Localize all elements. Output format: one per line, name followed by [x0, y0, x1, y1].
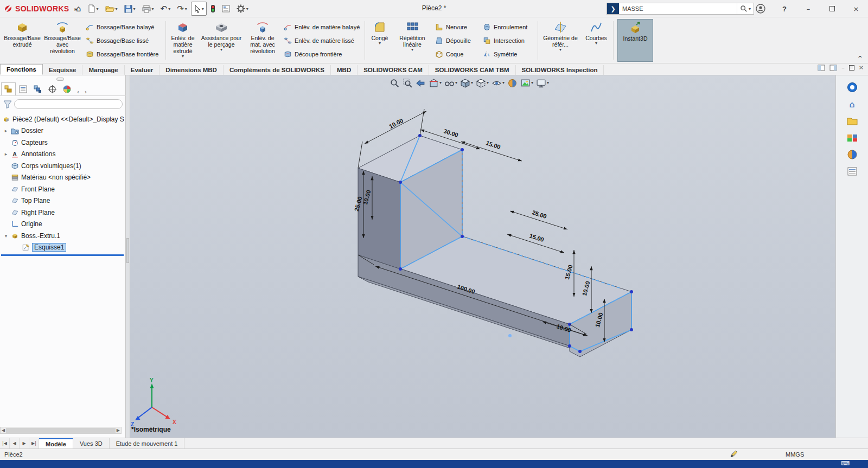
keyboard-language-icon[interactable]: ⌨ — [841, 460, 850, 467]
redo-button[interactable]: ↷▾ — [174, 2, 190, 16]
tab-nav-next[interactable]: ▶ — [20, 438, 29, 448]
tree-item-front-plane[interactable]: Front Plane — [0, 183, 126, 195]
tree-horizontal-scrollbar[interactable]: ◀ ▶ — [0, 427, 122, 434]
tree-item-materiau[interactable]: Matériau <non spécifié> — [0, 172, 126, 184]
home-tab-button[interactable]: ⌂ — [846, 98, 859, 111]
rebuild-button[interactable] — [208, 2, 218, 16]
tab-etude-mouvement[interactable]: Etude de mouvement 1 — [110, 438, 185, 448]
appearances-button[interactable] — [846, 148, 859, 161]
tree-item-annotations[interactable]: ▸ A Annotations — [0, 149, 126, 161]
tab-nav-prev[interactable]: ◀ — [10, 438, 20, 448]
tree-item-right-plane[interactable]: Right Plane — [0, 207, 126, 219]
instant3d-button[interactable]: Instant3D — [617, 19, 653, 62]
close-button[interactable]: × — [844, 0, 868, 17]
tree-item-origine[interactable]: Origine — [0, 219, 126, 230]
home-button[interactable]: ⌂ — [73, 2, 84, 16]
cut-swept-button[interactable]: Enlèv. de matière balayé — [284, 21, 361, 33]
panel-tab-scroll-left[interactable]: ‹ — [74, 88, 82, 95]
search-input[interactable]: MASSE — [619, 5, 737, 12]
undo-button[interactable]: ↶▾ — [158, 2, 174, 16]
filter-funnel-icon[interactable] — [3, 100, 12, 108]
expand-arrow-icon[interactable]: ▸ — [3, 128, 9, 133]
hole-wizard-button[interactable]: Assistance pour le perçage ▾ — [198, 19, 245, 62]
tree-item-esquisse1[interactable]: Esquisse1 — [0, 242, 126, 254]
search-box[interactable]: ❯ MASSE ▾ — [607, 3, 754, 15]
doc-close-icon[interactable]: × — [859, 64, 864, 71]
expand-arrow-icon[interactable]: ▸ — [3, 151, 9, 157]
draft-button[interactable]: Dépouille — [435, 35, 477, 47]
tab-vues-3d[interactable]: Vues 3D — [73, 438, 110, 448]
scroll-left-icon[interactable]: ◀ — [2, 428, 5, 433]
pane-right-icon[interactable] — [829, 65, 837, 71]
panel-collapse-pearl[interactable] — [56, 78, 64, 81]
scrollbar-thumb[interactable] — [6, 428, 116, 433]
tab-modele[interactable]: Modèle — [39, 438, 73, 448]
restore-button[interactable] — [820, 0, 844, 17]
pane-left-icon[interactable] — [818, 65, 825, 71]
file-properties-button[interactable] — [219, 2, 233, 16]
boss-revolve-button[interactable]: Bossage/Base avec révolution — [42, 19, 82, 62]
boss-loft-button[interactable]: Bossage/Base lissé — [86, 35, 162, 47]
configurationmanager-tab[interactable] — [30, 82, 45, 95]
tree-item-dossier[interactable]: ▸ Dossier — [0, 125, 126, 137]
new-document-button[interactable]: ▾ — [85, 2, 101, 16]
tab-dimensions-mbd[interactable]: Dimensions MBD — [159, 65, 224, 75]
wrap-button[interactable]: Enroulement — [483, 21, 534, 33]
tree-item-boss-extru1[interactable]: ▾ Boss.-Extru.1 — [0, 230, 126, 242]
open-button[interactable]: ▾ — [103, 2, 120, 16]
tree-item-top-plane[interactable]: Top Plane — [0, 195, 126, 207]
design-library-button[interactable] — [846, 114, 859, 127]
tree-item-corps-volumiques[interactable]: Corps volumiques(1) — [0, 160, 126, 172]
cut-loft-button[interactable]: Enlèv. de matière lissé — [284, 35, 361, 47]
tree-root[interactable]: Pièce2 (Default) <<Default>_Display S — [0, 113, 126, 125]
tab-marquage[interactable]: Marquage — [82, 65, 124, 75]
select-button[interactable]: ▾ — [191, 2, 207, 16]
displaymanager-tab[interactable] — [60, 82, 74, 95]
intersect-button[interactable]: Intersection — [483, 35, 534, 47]
panel-splitter[interactable] — [126, 75, 130, 438]
help-button[interactable]: ? — [773, 0, 796, 17]
tab-fonctions[interactable]: Fonctions — [0, 64, 43, 75]
cut-extrude-button[interactable]: Enlèv. de matière extrudé ▾ — [168, 19, 198, 62]
tab-esquisse[interactable]: Esquisse — [43, 65, 83, 75]
ribbon-collapse-icon[interactable]: ^ — [858, 55, 863, 62]
account-button[interactable] — [749, 0, 773, 17]
tab-solidworks-inspection[interactable]: SOLIDWORKS Inspection — [516, 65, 604, 75]
curves-button[interactable]: Courbes ▾ — [581, 19, 611, 62]
minimize-button[interactable]: – — [796, 0, 820, 17]
tab-nav-last[interactable]: ▶| — [29, 438, 39, 448]
options-button[interactable]: ▾ — [234, 2, 251, 16]
reference-geometry-button[interactable]: Géométrie de référ... ▾ — [540, 19, 581, 62]
tab-solidworks-cam-tbm[interactable]: SOLIDWORKS CAM TBM — [429, 65, 516, 75]
linear-pattern-button[interactable]: Répétition linéaire ▾ — [393, 19, 432, 62]
tab-nav-first[interactable]: |◀ — [0, 438, 10, 448]
rollback-bar[interactable] — [1, 254, 124, 256]
shell-button[interactable]: Coque — [435, 48, 477, 60]
graphics-viewport[interactable]: ▾ ▾ ▾ ▾ ▾ ▾ — [130, 75, 835, 438]
part-face-wall-front[interactable] — [358, 168, 400, 269]
panel-tab-scroll-right[interactable]: › — [82, 88, 90, 95]
boss-swept-button[interactable]: Bossage/Base balayé — [86, 21, 162, 33]
scroll-right-icon[interactable]: ▶ — [117, 428, 120, 433]
custom-properties-button[interactable] — [846, 165, 859, 178]
splitter-grip[interactable] — [126, 238, 129, 263]
cut-boundary-button[interactable]: Découpe frontière — [284, 48, 361, 60]
tree-filter-input[interactable] — [14, 99, 123, 109]
file-explorer-button[interactable] — [846, 131, 859, 144]
doc-restore-icon[interactable] — [849, 65, 854, 70]
status-units[interactable]: MMGS — [786, 451, 804, 458]
tab-evaluer[interactable]: Evaluer — [125, 65, 160, 75]
save-button[interactable]: ▾ — [122, 2, 138, 16]
cut-revolve-button[interactable]: Enlèv. de mat. avec révolution — [245, 19, 280, 62]
print-button[interactable]: ▾ — [139, 2, 157, 16]
expand-arrow-icon[interactable]: ▾ — [3, 233, 9, 239]
boss-extrude-button[interactable]: Bossage/Base extrudé — [2, 19, 42, 62]
fillet-button[interactable]: Congé ▾ — [367, 19, 393, 62]
boss-boundary-button[interactable]: Bossage/Base frontière — [86, 48, 162, 60]
propertymanager-tab[interactable] — [16, 82, 30, 95]
rib-button[interactable]: Nervure — [435, 21, 477, 33]
tree-item-capteurs[interactable]: Capteurs — [0, 137, 126, 149]
featuremanager-tab[interactable] — [1, 82, 16, 95]
tab-solidworks-cam[interactable]: SOLIDWORKS CAM — [358, 65, 429, 75]
resources-button[interactable] — [846, 81, 859, 94]
